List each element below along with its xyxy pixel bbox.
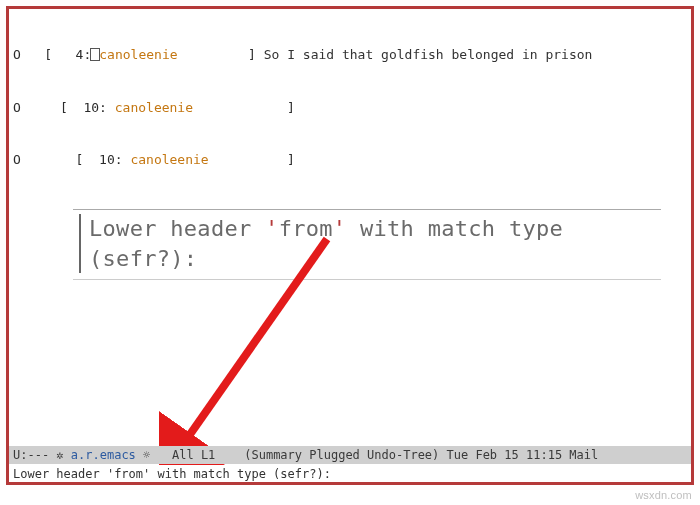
thread-row[interactable]: O [ 10: canoleenie ] xyxy=(13,99,687,117)
watermark: wsxdn.com xyxy=(635,488,692,503)
editor-frame: O [ 4:canoleenie ] So I said that goldfi… xyxy=(6,6,694,485)
thread-row[interactable]: O [ 10: canoleenie ] xyxy=(13,151,687,169)
summary-buffer[interactable]: O [ 4:canoleenie ] So I said that goldfi… xyxy=(9,9,691,206)
row-author: canoleenie xyxy=(115,100,193,115)
modeline-buffer-name: a.r.emacs xyxy=(64,448,143,462)
row-prefix: O [ 10: xyxy=(13,152,130,167)
minibuffer[interactable]: Lower header 'from' with match type (sef… xyxy=(9,465,691,482)
prompt-callout: Lower header 'from' with match type (sef… xyxy=(73,209,661,280)
prompt-callout-text: Lower header 'from' with match type (sef… xyxy=(79,214,655,273)
row-author: canoleenie xyxy=(130,152,208,167)
minibuffer-prompt: Lower header 'from' with match type (sef… xyxy=(13,467,338,481)
row-pad xyxy=(193,100,287,115)
modeline-modes: (Summary Plugged Undo-Tree) Tue Feb 15 1… xyxy=(244,448,598,462)
row-close: ] xyxy=(287,100,295,115)
row-close: ] xyxy=(248,47,264,62)
row-prefix: O [ 4: xyxy=(13,47,91,62)
mode-line: U:--- ✲ a.r.emacs ☼ All L1 (Summary Plug… xyxy=(9,446,691,464)
row-prefix: O [ 10: xyxy=(13,100,115,115)
row-subject: So I said that goldfish belonged in pris… xyxy=(264,47,593,62)
row-close: ] xyxy=(287,152,295,167)
row-pad xyxy=(209,152,287,167)
row-author: canoleenie xyxy=(99,47,177,62)
row-pad xyxy=(178,47,248,62)
modeline-position: All L1 xyxy=(150,448,244,462)
thread-row[interactable]: O [ 4:canoleenie ] So I said that goldfi… xyxy=(13,46,687,64)
modeline-left: U:--- xyxy=(13,448,56,462)
modeline-vc-icon: ✲ xyxy=(56,448,63,462)
